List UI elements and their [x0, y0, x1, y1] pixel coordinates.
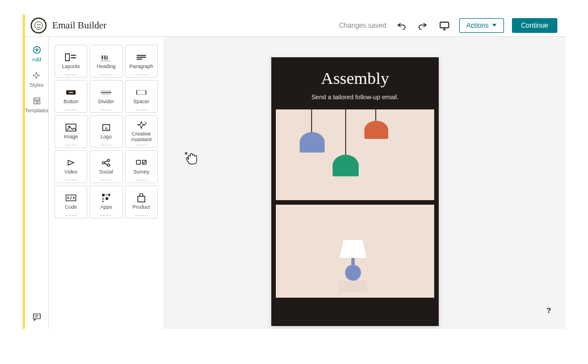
svg-rect-14: [137, 57, 146, 58]
block-image[interactable]: Image: [54, 115, 87, 148]
spacer-icon: [135, 88, 148, 97]
email-heading: Assembly: [271, 57, 439, 88]
svg-rect-33: [102, 194, 104, 196]
block-spacer[interactable]: Spacer: [125, 80, 158, 113]
block-label: Product: [132, 205, 150, 210]
rail-label: Add: [32, 57, 41, 62]
rail-label: Styles: [30, 82, 44, 88]
block-divider[interactable]: Divider: [90, 80, 123, 113]
block-label: Layouts: [62, 64, 80, 70]
block-label: Logo: [100, 134, 112, 140]
block-label: Heading: [96, 64, 116, 70]
svg-point-0: [35, 22, 43, 29]
rail-tab-templates[interactable]: Templates: [25, 96, 48, 113]
svg-rect-15: [137, 59, 142, 60]
email-image-block-1[interactable]: [276, 109, 434, 200]
email-subtitle: Send a tailored follow-up email.: [271, 94, 439, 100]
block-label: Social: [99, 170, 114, 175]
svg-point-27: [102, 162, 104, 164]
svg-point-2: [39, 24, 40, 25]
actions-dropdown-button[interactable]: Actions: [459, 18, 504, 33]
chevron-down-icon: [492, 24, 497, 27]
rail-tab-styles[interactable]: Styles: [30, 70, 44, 88]
paragraph-icon: [135, 53, 148, 62]
svg-rect-5: [33, 98, 40, 100]
block-apps[interactable]: Apps: [90, 185, 123, 218]
svg-rect-36: [102, 198, 104, 200]
divider-icon: [100, 88, 112, 97]
svg-rect-37: [106, 197, 108, 200]
block-heading[interactable]: HiHeading: [90, 45, 123, 78]
top-bar: Email Builder Changes saved Actions Cont…: [25, 14, 565, 37]
email-canvas[interactable]: Assembly Send a tailored follow-up email…: [165, 37, 565, 329]
survey-icon: [135, 158, 148, 167]
svg-rect-21: [137, 90, 146, 91]
block-label: Code: [65, 205, 77, 210]
app-title: Email Builder: [52, 20, 107, 31]
svg-rect-17: [69, 92, 73, 92]
block-label: Video: [65, 170, 78, 175]
svg-rect-20: [101, 94, 111, 95]
rail-tab-add[interactable]: Add: [32, 45, 42, 62]
svg-rect-38: [102, 201, 104, 202]
preview-device-button[interactable]: [438, 19, 451, 32]
continue-button[interactable]: Continue: [512, 18, 557, 33]
block-layouts[interactable]: Layouts: [54, 45, 87, 78]
block-logo[interactable]: ALogo: [90, 115, 123, 148]
block-label: Divider: [98, 99, 114, 105]
svg-rect-35: [108, 194, 111, 196]
drag-cursor-icon: [184, 150, 200, 166]
undo-button[interactable]: [394, 19, 408, 32]
svg-rect-39: [138, 196, 145, 202]
help-button[interactable]: ?: [543, 304, 555, 316]
video-icon: [65, 158, 77, 167]
block-label: Creative Assistant: [127, 132, 156, 143]
heading-icon: Hi: [100, 53, 112, 62]
content-blocks-panel: LayoutsHiHeadingParagraphButtonDividerSp…: [49, 37, 165, 329]
svg-text:A: A: [104, 126, 108, 131]
email-image-block-2[interactable]: [276, 205, 434, 298]
save-status: Changes saved: [339, 22, 386, 29]
svg-rect-10: [71, 57, 76, 58]
svg-point-28: [107, 159, 110, 162]
svg-point-29: [107, 164, 110, 166]
block-button[interactable]: Button: [54, 80, 87, 113]
svg-point-1: [37, 24, 38, 25]
layouts-icon: [65, 53, 77, 62]
chat-icon: [32, 312, 42, 322]
creative-icon: [135, 120, 148, 129]
block-code[interactable]: Code: [54, 185, 87, 218]
block-label: Paragraph: [129, 64, 153, 70]
block-paragraph[interactable]: Paragraph: [125, 45, 158, 78]
svg-rect-7: [37, 101, 40, 104]
sparkle-icon: [31, 70, 41, 81]
svg-rect-22: [137, 94, 146, 95]
actions-label: Actions: [467, 22, 489, 29]
templates-icon: [32, 96, 42, 106]
block-video[interactable]: Video: [54, 150, 87, 183]
svg-rect-12: [100, 61, 111, 61]
block-survey[interactable]: Survey: [125, 150, 158, 183]
block-social[interactable]: Social: [90, 150, 123, 183]
svg-rect-30: [136, 160, 140, 164]
svg-rect-13: [137, 55, 146, 56]
left-rail: Add Styles Templates: [25, 37, 49, 329]
block-label: Apps: [100, 205, 112, 210]
block-creative[interactable]: Creative Assistant: [125, 115, 158, 148]
mailchimp-logo-icon: [31, 18, 47, 33]
logo-icon: A: [100, 123, 112, 132]
svg-rect-3: [440, 22, 448, 28]
redo-button[interactable]: [416, 19, 430, 32]
code-icon: [65, 193, 77, 202]
svg-rect-6: [33, 101, 36, 104]
block-product[interactable]: Product: [125, 185, 158, 218]
block-label: Survey: [133, 170, 149, 175]
feedback-button[interactable]: [32, 312, 42, 322]
email-preview: Assembly Send a tailored follow-up email…: [271, 57, 439, 326]
plus-circle-icon: [32, 45, 42, 55]
svg-rect-8: [65, 54, 69, 61]
apps-icon: [100, 193, 112, 202]
svg-rect-34: [106, 194, 107, 196]
social-icon: [100, 158, 112, 167]
svg-rect-19: [101, 92, 111, 93]
